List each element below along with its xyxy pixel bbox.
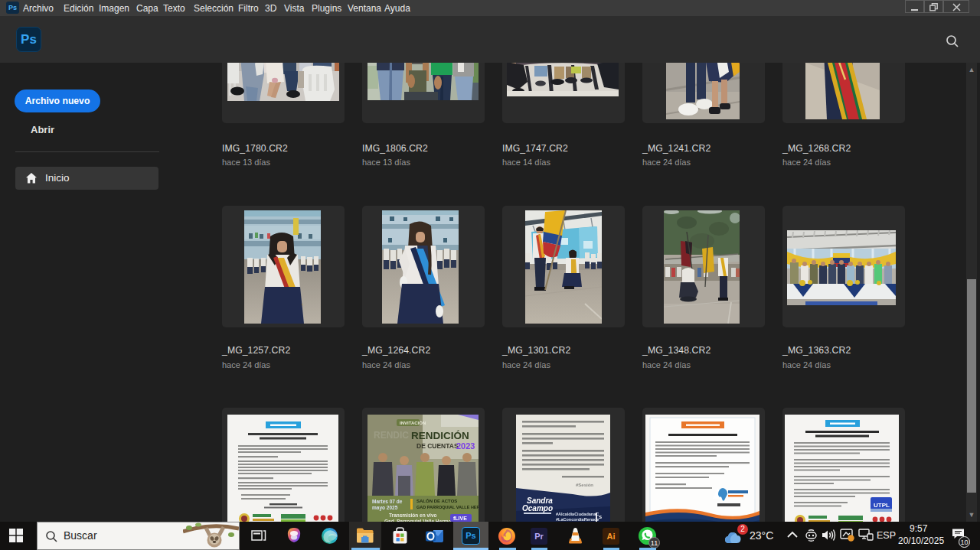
svg-text:Martes 07 de: Martes 07 de [372,499,403,504]
svg-text:Transmisión en vivo: Transmisión en vivo [389,513,437,518]
svg-text:RENDICIÓN: RENDICIÓN [411,430,469,441]
svg-text:#AlcaldíaCiudadanaC: #AlcaldíaCiudadanaC [556,512,599,516]
svg-text:GAD PARROQUIAL VALLE HERMOSO: GAD PARROQUIAL VALLE HERMOSO [416,505,479,509]
svg-text:mayo 2025: mayo 2025 [372,505,398,511]
svg-text:DE CUENTAS: DE CUENTAS [416,442,459,450]
svg-text:Ocampo: Ocampo [522,504,553,513]
svg-text:S: S [599,515,602,519]
svg-text:RENDIC: RENDIC [374,430,409,441]
svg-text:2023: 2023 [456,441,475,451]
svg-text:SALÓN DE ACTOS: SALÓN DE ACTOS [416,498,457,503]
svg-text:fLIVE: fLIVE [453,516,467,521]
svg-text:INVITACIÓN: INVITACIÓN [400,420,426,425]
svg-text:UTPL: UTPL [874,502,890,509]
svg-text:#Sesión: #Sesión [576,483,593,487]
